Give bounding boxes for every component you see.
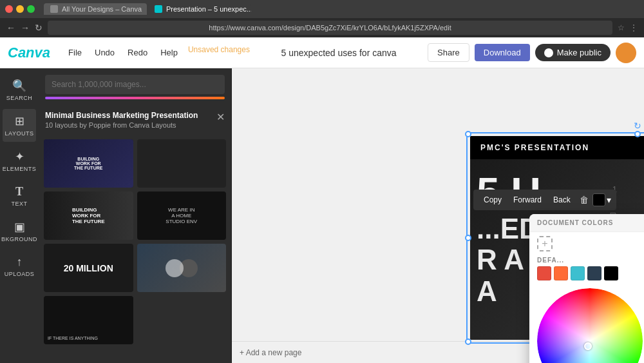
minimize-window-btn[interactable] — [16, 5, 24, 13]
default-label: DEFA... — [537, 257, 644, 264]
menu-icon: ⋮ — [630, 23, 638, 32]
background-icon: ▣ — [14, 220, 25, 234]
browser-tabs: All Your Designs – Canva Presentation – … — [44, 3, 251, 15]
template-thumb-4[interactable]: WE ARE INA HOMESTUDIO ENV — [137, 191, 227, 240]
back-button[interactable]: Back — [548, 193, 576, 207]
browser-tab-1[interactable]: All Your Designs – Canva — [44, 3, 147, 15]
sidebar-item-search[interactable]: 🔍 SEARCH — [3, 74, 36, 106]
maximize-window-btn[interactable] — [27, 5, 35, 13]
template-thumb-1[interactable]: BUILDINGWORK FORTHE FUTURE — [44, 139, 133, 188]
address-bar: ← → ↻ ☆ ⋮ — [0, 18, 644, 37]
sidebar-text-label: TEXT — [11, 201, 27, 207]
template-thumb-2[interactable] — [137, 139, 227, 188]
sidebar-item-layouts[interactable]: ⊞ LAYOUTS — [3, 109, 36, 142]
menu-undo[interactable]: Undo — [90, 45, 120, 60]
browser-tab-2[interactable]: Presentation – 5 unexpec... — [148, 3, 251, 15]
thumb1-text: BUILDINGWORK FORTHE FUTURE — [71, 154, 105, 173]
thumb3-text: BUILDINGWORK FORTHE FUTURE — [72, 207, 105, 224]
menu-file[interactable]: File — [63, 45, 87, 60]
document-title: 5 unexpected uses for canva — [258, 48, 420, 58]
panel-search-area — [39, 68, 231, 106]
back-nav-btn[interactable]: ← — [6, 23, 15, 33]
add-color-button[interactable]: + — [537, 236, 553, 251]
delete-button[interactable]: 🗑 — [577, 192, 591, 208]
menu-redo[interactable]: Redo — [122, 45, 153, 60]
sidebar-elements-label: ELEMENTS — [3, 166, 37, 172]
swatch-red[interactable] — [537, 266, 551, 280]
copy-button[interactable]: Copy — [478, 193, 507, 207]
color-picker-popup: DOCUMENT COLORS + DEFA... — [529, 214, 644, 363]
sidebar-item-text[interactable]: T TEXT — [3, 180, 36, 212]
template-thumb-6[interactable] — [137, 244, 227, 292]
template-thumb-3[interactable]: BUILDINGWORK FORTHE FUTURE — [44, 191, 133, 240]
color-wheel-cursor[interactable] — [584, 342, 592, 350]
close-window-btn[interactable] — [5, 5, 13, 13]
color-wheel-container[interactable] — [537, 288, 644, 363]
user-avatar[interactable] — [616, 43, 636, 63]
sidebar-item-bkground[interactable]: ▣ BKGROUND — [3, 215, 36, 248]
forward-nav-btn[interactable]: → — [21, 23, 30, 33]
canva-logo: Canva — [8, 44, 50, 61]
color-swatch-black[interactable] — [592, 193, 605, 206]
menu-help[interactable]: Help — [155, 45, 183, 60]
refresh-nav-btn[interactable]: ↻ — [35, 23, 43, 33]
search-icon: 🔍 — [12, 79, 26, 93]
template-thumb-5[interactable]: 20 MILLION — [44, 244, 133, 292]
left-sidebar: 🔍 SEARCH ⊞ LAYOUTS ✦ ELEMENTS T TEXT ▣ B… — [0, 68, 39, 363]
slide-header: PMC'S PRESENTATION — [470, 136, 644, 159]
make-public-button[interactable]: Make public — [535, 44, 611, 61]
color-swatches-row — [537, 266, 644, 280]
sidebar-uploads-label: UPLOADS — [5, 271, 35, 277]
main-layout: 🔍 SEARCH ⊞ LAYOUTS ✦ ELEMENTS T TEXT ▣ B… — [0, 68, 644, 363]
sidebar-search-label: SEARCH — [6, 95, 33, 101]
color-dropdown-btn[interactable]: ▾ — [607, 195, 611, 205]
template-name: Minimal Business Marketing Presentation — [45, 111, 198, 120]
template-layouts: 10 layouts by Poppie from Canva Layouts — [45, 121, 198, 129]
tab-favicon-1 — [50, 5, 58, 13]
color-wheel-white-overlay — [537, 288, 643, 363]
floating-toolbar: Copy Forward Back 🗑 ▾ — [473, 190, 616, 210]
header-menu: File Undo Redo Help Unsaved changes — [63, 45, 250, 60]
sidebar-bkground-label: BKGROUND — [1, 236, 37, 242]
handle-top-left[interactable] — [465, 131, 471, 137]
swatch-black[interactable] — [604, 266, 618, 280]
template-info-text: Minimal Business Marketing Presentation … — [45, 111, 198, 129]
handle-bottom-left[interactable] — [465, 338, 471, 345]
close-panel-button[interactable]: ✕ — [216, 111, 225, 123]
template-grid: BUILDINGWORK FORTHE FUTURE BUILDINGWORK … — [44, 139, 226, 344]
swatch-dark[interactable] — [587, 266, 601, 280]
color-wheel[interactable] — [537, 288, 643, 363]
add-page-button[interactable]: + Add a new page — [240, 348, 301, 357]
sidebar-item-uploads[interactable]: ↑ UPLOADS — [3, 250, 36, 282]
image-search-input[interactable] — [45, 75, 225, 94]
template-info: Minimal Business Marketing Presentation … — [39, 106, 231, 134]
color-picker-header: DOCUMENT COLORS — [529, 214, 644, 232]
thumb4-text: WE ARE INA HOMESTUDIO ENV — [163, 204, 200, 227]
templates-panel: Minimal Business Marketing Presentation … — [39, 68, 232, 363]
download-button[interactable]: Download — [475, 44, 530, 61]
swatch-cyan[interactable] — [571, 266, 585, 280]
color-picker-add-row: + — [529, 232, 644, 255]
rotate-handle[interactable]: ↻ — [634, 121, 641, 131]
handle-mid-left[interactable] — [465, 235, 471, 241]
browser-chrome: All Your Designs – Canva Presentation – … — [0, 0, 644, 18]
unsaved-indicator: Unsaved changes — [188, 45, 250, 60]
swatch-orange[interactable] — [554, 266, 568, 280]
tab-label-2: Presentation – 5 unexpec... — [166, 5, 251, 13]
sidebar-item-elements[interactable]: ✦ ELEMENTS — [3, 144, 36, 177]
tab-label-1: All Your Designs – Canva — [62, 5, 142, 13]
circle-icon — [544, 48, 553, 57]
slide-header-text: PMC'S PRESENTATION — [480, 143, 589, 152]
forward-button[interactable]: Forward — [508, 193, 547, 207]
uploads-icon: ↑ — [17, 255, 23, 269]
app-header: Canva File Undo Redo Help Unsaved change… — [0, 37, 644, 68]
window-controls — [5, 5, 35, 13]
template-thumb-7[interactable]: IF THERE IS ANYTHING — [44, 296, 133, 344]
sidebar-layouts-label: LAYOUTS — [5, 130, 34, 137]
share-button[interactable]: Share — [428, 43, 469, 62]
header-actions: Share Download Make public — [428, 43, 636, 63]
bookmark-icon: ☆ — [618, 23, 625, 32]
layouts-icon: ⊞ — [15, 114, 24, 128]
address-input[interactable] — [48, 21, 612, 35]
handle-top-center[interactable] — [634, 131, 641, 137]
